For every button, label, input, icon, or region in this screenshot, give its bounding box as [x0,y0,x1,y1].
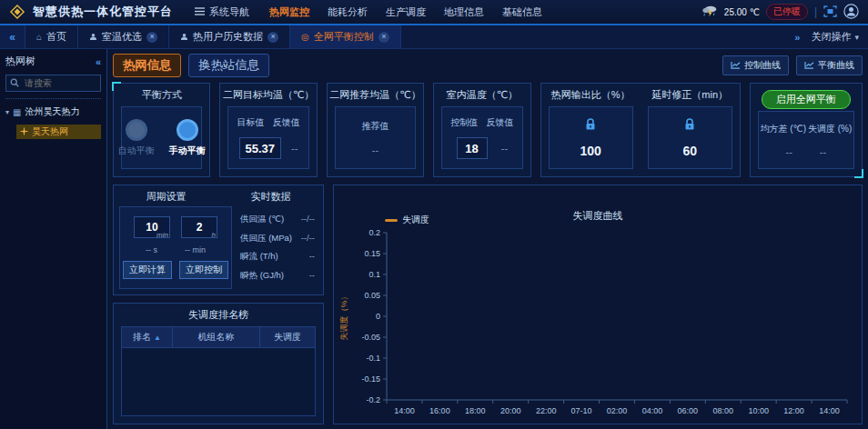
home-icon: ⌂ [36,32,42,42]
balance-mode-panel: 平衡方式 自动平衡 手动平衡 [113,83,210,177]
system-nav-button[interactable]: 系统导航 [195,5,249,19]
tab-room-temp-optimize[interactable]: 室温优选 × [78,25,169,48]
radio-circle-icon[interactable] [177,119,198,141]
balance-curve-button[interactable]: 平衡曲线 [796,55,863,75]
close-operations-label: 关闭操作 [811,30,851,44]
ranking-table: 排名 ▲ 机组名称 失调度 [121,326,316,416]
tree-company-label: 沧州昊天热力 [25,105,79,118]
target-temp-input[interactable] [239,137,281,159]
manual-balance-label: 手动平衡 [169,145,206,157]
tab-network-balance-control[interactable]: ◎ 全网平衡控制 × [290,25,401,48]
feedback-value-label: 反馈值 [273,116,300,129]
target-temp-feedback: -- [291,143,298,154]
lock-icon[interactable] [583,117,598,134]
y-tick-label: -0.2 [366,395,380,404]
control-curve-label: 控制曲线 [744,59,781,72]
main-nav: 热网监控 能耗分析 生产调度 地理信息 基础信息 [269,5,542,19]
delay-correction-value: 60 [682,144,697,158]
lock-icon[interactable] [682,117,697,134]
menu-icon [195,6,205,17]
chart-legend-item[interactable]: 失调度 [385,214,429,226]
tree-node-heat-network[interactable]: 昊天热网 [16,125,101,139]
tree-search-input[interactable] [23,77,94,89]
close-icon[interactable]: × [267,32,278,43]
sort-asc-icon[interactable]: ▲ [154,334,161,342]
supply-return-pressure-label: 供回压 (MPa) [240,233,292,244]
y-tick-label: 0.1 [368,270,380,279]
screen-select-icon[interactable] [823,5,837,19]
tabs-scroll-right-button[interactable]: » [794,32,800,43]
misalignment-column-header[interactable]: 失调度 [260,327,315,347]
ranking-title: 失调度排名榜 [114,304,323,324]
x-tick-label: 14:00 [819,406,840,415]
corner-bracket [854,169,863,178]
control-curve-button[interactable]: 控制曲线 [722,55,789,75]
calc-countdown: -- s [146,245,157,254]
tab-home[interactable]: ⌂ 首页 [25,25,78,48]
ctrl-cycle-field: h [181,216,217,238]
x-tick-label: 04:00 [642,406,663,415]
legend-line-swatch [385,219,398,222]
calc-cycle-field: min [134,216,170,238]
lower-area: 周期设置 实时数据 min [113,185,863,424]
header-right: 25.00 ℃ 已停暖 | [701,4,859,21]
tab-user-history-label: 热用户历史数据 [193,30,263,44]
close-operations-dropdown[interactable]: 关闭操作 ▾ [811,30,859,44]
close-icon[interactable]: × [146,32,157,43]
nav-heat-network-monitor[interactable]: 热网监控 [269,5,309,19]
radio-circle-icon[interactable] [126,119,147,141]
x-tick-label: 16:00 [429,406,450,415]
page-tabbar: « ⌂ 首页 室温优选 × 热用户历史数据 × ◎ 全网平衡控制 × » 关闭操… [0,25,868,49]
x-tick-label: 06:00 [678,406,699,415]
indoor-temp-content: 控制值 反馈值 -- [441,106,522,169]
misalignment-chart-canvas[interactable]: 0.20.150.10.050-0.05-0.1-0.15-0.214:0016… [334,225,862,424]
sidebar-collapse-button[interactable]: « [96,56,101,67]
tree-node-company[interactable]: ▾ ▦ 沧州昊天热力 [5,105,101,118]
subtab-exchange-station-info[interactable]: 换热站信息 [188,54,269,77]
output-ratio-value: 100 [580,144,601,158]
auto-balance-option[interactable]: 自动平衡 [118,119,155,157]
unit-name-column-header[interactable]: 机组名称 [173,327,260,347]
supply-return-pressure-value: --/-- [301,233,315,244]
nav-energy-analysis[interactable]: 能耗分析 [328,5,368,19]
outdoor-temperature: 25.00 ℃ [724,7,760,17]
parameter-panels-row: 平衡方式 自动平衡 手动平衡 二网目标均温（℃） [113,83,863,177]
legend-label: 失调度 [402,214,429,226]
rank-column-header[interactable]: 排名 ▲ [122,327,173,347]
tree-heat-network-label: 昊天热网 [32,125,68,138]
subtab-heat-network-info[interactable]: 热网信息 [113,54,181,77]
nav-production-dispatch[interactable]: 生产调度 [386,5,426,19]
tabs-scroll-left-button[interactable]: « [0,25,25,48]
chart-line-icon [804,61,814,71]
x-tick-label: 14:00 [394,406,415,415]
realtime-row: 瞬热 (GJ/h) -- [240,270,315,282]
close-icon[interactable]: × [378,32,389,43]
feedback-value-label: 反馈值 [486,116,513,129]
panel-title: 平衡方式 [114,84,209,105]
user-avatar[interactable] [843,4,859,21]
manual-balance-option[interactable]: 手动平衡 [169,119,206,157]
sidebar-divider [5,98,101,99]
nav-geographic-info[interactable]: 地理信息 [444,5,484,19]
x-tick-label: 07-10 [571,406,592,415]
app-logo-icon [9,4,25,20]
content-area: 热网树 « ▾ ▦ 沧州昊天热力 昊天热网 热网信息 换热站信息 [0,49,868,429]
enable-network-balance-button[interactable]: 启用全网平衡 [762,90,851,109]
app-title: 智慧供热一体化管控平台 [33,4,173,20]
ranking-table-header: 排名 ▲ 机组名称 失调度 [122,327,315,348]
y-tick-label: 0.15 [364,249,380,258]
control-now-button[interactable]: 立即控制 [179,261,228,279]
delay-correction-section: 延时修正（min） 60 [641,84,740,176]
user-icon [89,33,97,41]
tab-room-temp-label: 室温优选 [102,30,142,44]
tree-search-box[interactable] [5,75,101,92]
realtime-row: 供回压 (MPa) --/-- [240,233,315,244]
nav-basic-info[interactable]: 基础信息 [502,5,542,19]
instant-heat-label: 瞬热 (GJ/h) [240,270,284,282]
tab-user-history-data[interactable]: 热用户历史数据 × [169,25,290,48]
output-delay-panel: 热网输出比（%） 100 延时修正（min） 60 [540,83,741,177]
calculate-now-button[interactable]: 立即计算 [123,261,172,279]
recommend-value-label: 推荐值 [361,120,389,133]
indoor-temp-input[interactable] [457,137,488,159]
tree-expander-icon[interactable]: ▾ [5,108,9,116]
